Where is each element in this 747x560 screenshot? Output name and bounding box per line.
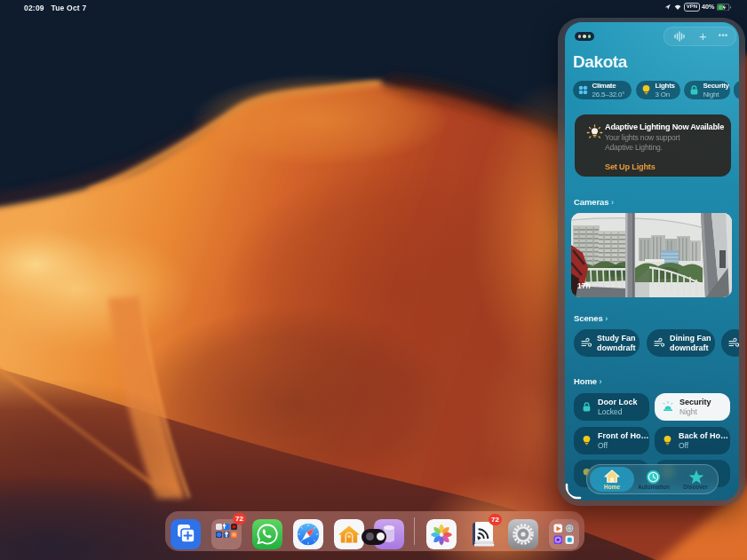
svg-text:17h: 17h [577, 281, 591, 290]
